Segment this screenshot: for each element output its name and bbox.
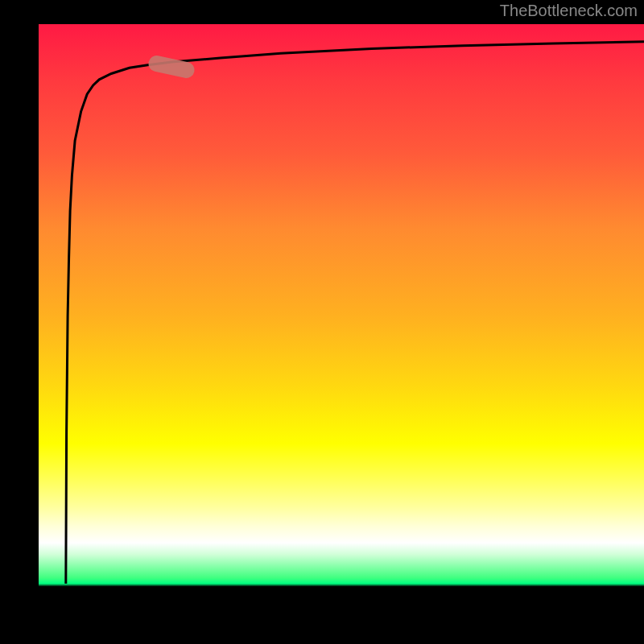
bottleneck-curve-path <box>66 42 644 584</box>
plot-area <box>39 24 644 607</box>
watermark-text: TheBottleneck.com <box>500 2 638 20</box>
curve-svg <box>39 24 644 607</box>
